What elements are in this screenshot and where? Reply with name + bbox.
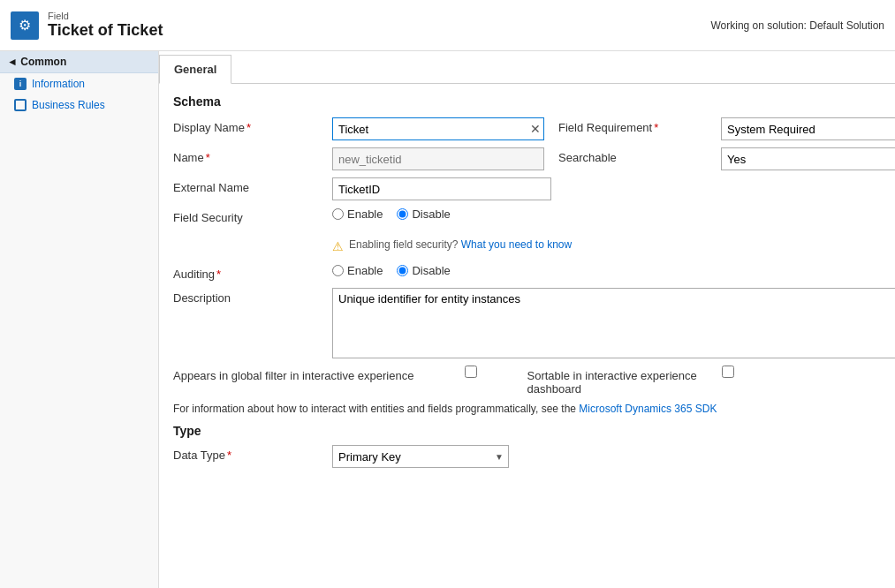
type-section-header: Type	[173, 424, 881, 438]
info-icon: i	[14, 78, 27, 90]
page-title: Ticket of Ticket	[48, 21, 163, 40]
warning-content: ⚠ Enabling field security? What you need…	[332, 231, 881, 257]
data-type-select-wrapper: Primary Key	[332, 445, 509, 468]
auditing-disable-option[interactable]: Disable	[397, 264, 450, 277]
name-label: Name*	[173, 147, 332, 164]
field-security-controls: Enable Disable	[332, 207, 881, 221]
description-controls: Unique identifier for entity instances	[332, 288, 895, 358]
description-textarea[interactable]: Unique identifier for entity instances	[332, 288, 895, 358]
external-name-input[interactable]	[332, 177, 551, 200]
field-security-label: Field Security	[173, 207, 332, 224]
field-requirement-controls: System Required Business Required Option…	[721, 117, 895, 140]
sortable-col: Sortable in interactive experience dashb…	[527, 366, 882, 396]
display-name-label: Display Name*	[173, 117, 332, 134]
warning-text: Enabling field security? What you need t…	[349, 238, 572, 251]
data-type-label: Data Type*	[173, 445, 332, 462]
appears-col: Appears in global filter in interactive …	[173, 366, 527, 382]
sidebar-label-business-rules: Business Rules	[32, 99, 105, 111]
data-type-select[interactable]: Primary Key	[332, 445, 509, 468]
name-input[interactable]	[332, 147, 544, 170]
warning-label-spacer	[173, 231, 332, 235]
field-security-enable-radio[interactable]	[332, 208, 344, 220]
external-name-controls	[332, 177, 881, 200]
warning-link[interactable]: What you need to know	[461, 238, 572, 251]
auditing-radio-group: Enable Disable	[332, 264, 451, 277]
page-subtitle: Field	[48, 11, 163, 21]
auditing-disable-radio[interactable]	[397, 265, 408, 276]
top-bar: ⚙ Field Ticket of Ticket Working on solu…	[0, 0, 895, 51]
tab-bar: General	[159, 51, 895, 84]
display-name-clear-button[interactable]: ✕	[530, 123, 541, 135]
name-controls	[332, 147, 544, 170]
external-name-label: External Name	[173, 177, 332, 194]
display-name-controls: ✕	[332, 117, 544, 140]
sortable-label: Sortable in interactive experience dashb…	[527, 366, 722, 396]
name-row: Name* Searchable Yes No	[173, 147, 881, 170]
solution-label: Working on solution: Default Solution	[710, 19, 884, 32]
auditing-enable-radio[interactable]	[332, 265, 344, 276]
warning-icon: ⚠	[332, 239, 344, 253]
appears-sortable-row: Appears in global filter in interactive …	[173, 366, 881, 396]
description-row: Description Unique identifier for entity…	[173, 288, 881, 358]
field-security-enable-option[interactable]: Enable	[332, 207, 383, 221]
searchable-controls: Yes No	[721, 147, 895, 170]
display-name-row: Display Name* ✕ Field Requirement* Syste…	[173, 117, 881, 140]
main-area: ◄ Common i Information Business Rules Ge…	[0, 51, 895, 588]
data-type-row: Data Type* Primary Key	[173, 445, 881, 468]
auditing-controls: Enable Disable	[332, 264, 881, 277]
content-area: General Schema Display Name* ✕ Field	[159, 51, 895, 588]
appears-checkbox[interactable]	[465, 366, 477, 378]
rules-icon	[14, 99, 27, 111]
auditing-row: Auditing* Enable Disable	[173, 264, 881, 281]
field-requirement-label: Field Requirement*	[544, 117, 721, 134]
description-label: Description	[173, 288, 332, 305]
sidebar: ◄ Common i Information Business Rules	[0, 51, 159, 588]
auditing-enable-option[interactable]: Enable	[332, 264, 383, 277]
display-name-input-wrapper: ✕	[332, 117, 544, 140]
schema-section-header: Schema	[173, 94, 881, 109]
searchable-select-wrapper: Yes No	[721, 147, 895, 170]
warning-box: ⚠ Enabling field security? What you need…	[332, 235, 572, 257]
sidebar-item-information[interactable]: i Information	[0, 73, 158, 94]
auditing-label: Auditing*	[173, 264, 332, 281]
sortable-checkbox-wrapper	[722, 366, 734, 381]
field-requirement-select[interactable]: System Required Business Required Option…	[721, 117, 895, 140]
field-security-disable-option[interactable]: Disable	[397, 207, 450, 221]
form-content: Schema Display Name* ✕ Field Requirement…	[159, 84, 895, 486]
app-icon: ⚙	[11, 11, 39, 40]
display-name-input[interactable]	[332, 117, 544, 140]
field-security-disable-radio[interactable]	[397, 208, 408, 220]
tab-general[interactable]: General	[159, 55, 231, 84]
common-section-label: ◄ Common	[7, 56, 66, 68]
sidebar-section-common[interactable]: ◄ Common	[0, 51, 158, 73]
sortable-checkbox[interactable]	[722, 366, 734, 378]
field-requirement-select-wrapper: System Required Business Required Option…	[721, 117, 895, 140]
top-bar-left: ⚙ Field Ticket of Ticket	[11, 11, 163, 40]
warning-row: ⚠ Enabling field security? What you need…	[173, 231, 881, 257]
sidebar-label-information: Information	[32, 78, 85, 90]
title-block: Field Ticket of Ticket	[48, 11, 163, 40]
data-type-controls: Primary Key	[332, 445, 881, 468]
field-security-row: Field Security Enable Disable	[173, 207, 881, 224]
external-name-row: External Name	[173, 177, 881, 200]
field-security-radio-group: Enable Disable	[332, 207, 451, 221]
appears-checkbox-wrapper	[465, 366, 477, 381]
appears-label: Appears in global filter in interactive …	[173, 366, 465, 382]
sidebar-item-business-rules[interactable]: Business Rules	[0, 94, 158, 116]
searchable-select[interactable]: Yes No	[721, 147, 895, 170]
info-text-row: For information about how to interact wi…	[173, 403, 881, 415]
sdk-link[interactable]: Microsoft Dynamics 365 SDK	[579, 403, 717, 415]
searchable-label: Searchable	[544, 147, 721, 164]
